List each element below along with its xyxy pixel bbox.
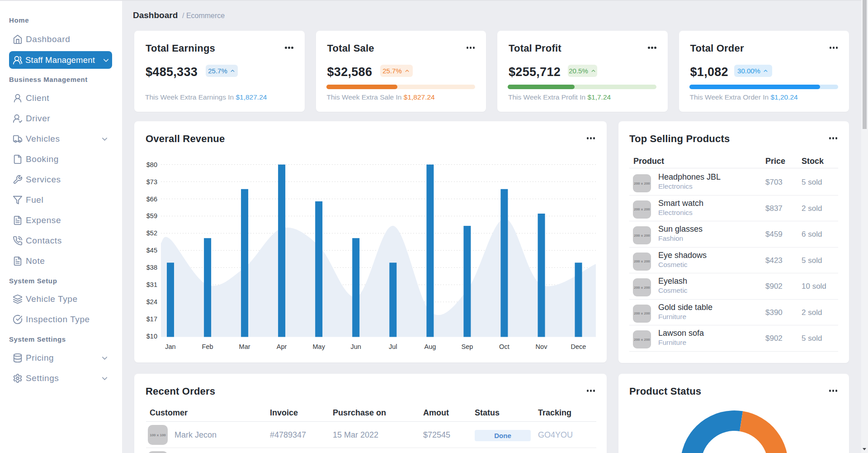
svg-text:$38: $38 — [146, 264, 157, 271]
svg-text:Jan: Jan — [165, 343, 175, 350]
svg-text:Apr: Apr — [277, 343, 287, 350]
svg-text:Aug: Aug — [424, 343, 436, 350]
svg-text:Feb: Feb — [202, 343, 213, 350]
svg-text:$59: $59 — [146, 212, 157, 219]
svg-text:$52: $52 — [146, 229, 157, 237]
svg-text:$45: $45 — [146, 247, 157, 254]
svg-text:$66: $66 — [146, 196, 157, 203]
svg-text:Oct: Oct — [499, 343, 509, 350]
svg-text:May: May — [312, 343, 325, 350]
svg-text:$73: $73 — [146, 178, 157, 186]
svg-text:Nov: Nov — [536, 343, 548, 350]
svg-text:Jul: Jul — [389, 343, 397, 350]
svg-text:$10: $10 — [146, 333, 157, 340]
svg-text:Dece: Dece — [571, 343, 586, 350]
svg-text:$80: $80 — [146, 161, 157, 168]
svg-text:$24: $24 — [146, 298, 157, 305]
svg-text:$17: $17 — [146, 315, 157, 323]
svg-text:Jun: Jun — [351, 343, 361, 350]
svg-text:$31: $31 — [146, 281, 157, 288]
svg-text:Mar: Mar — [239, 343, 250, 350]
svg-text:Sep: Sep — [461, 343, 473, 350]
